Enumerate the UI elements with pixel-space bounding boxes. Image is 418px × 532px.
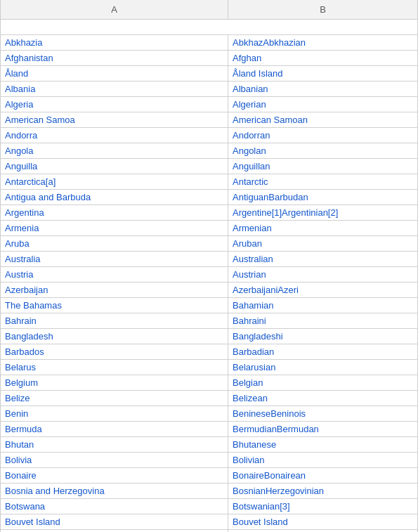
cell-demonym[interactable]: Belizean (228, 391, 418, 406)
cell-country[interactable]: Antigua and Barbuda (0, 190, 228, 205)
cell-demonym[interactable]: Australian (228, 252, 418, 267)
table-row: Bosnia and HerzegovinaBosnianHerzegovini… (0, 484, 418, 499)
cell-country[interactable]: Angola (0, 143, 228, 159)
cell-country[interactable]: Åland (0, 66, 228, 82)
cell-demonym[interactable]: Bolivian (228, 453, 418, 468)
cell-demonym[interactable]: Afghan (228, 51, 418, 66)
cell-country[interactable]: Algeria (0, 97, 228, 112)
table-row: Antigua and BarbudaAntiguanBarbudan (0, 190, 418, 205)
cell-demonym[interactable]: BonaireBonairean (228, 468, 418, 484)
cell-demonym[interactable]: Albanian (228, 82, 418, 97)
table-row: AzerbaijanAzerbaijaniAzeri (0, 283, 418, 298)
cell-country[interactable]: Belize (0, 391, 228, 406)
cell-country[interactable]: Argentina (0, 205, 228, 221)
table-row (0, 20, 418, 35)
table-row: AustraliaAustralian (0, 252, 418, 267)
cell-demonym[interactable]: American Samoan (228, 112, 418, 128)
cell-country[interactable]: Belgium (0, 375, 228, 391)
cell-country[interactable]: Afghanistan (0, 51, 228, 66)
table-row: ArmeniaArmenian (0, 221, 418, 236)
cell-country[interactable]: Bonaire (0, 468, 228, 484)
cell-demonym[interactable]: Botswanian[3] (228, 499, 418, 514)
cell-demonym[interactable]: Armenian (228, 221, 418, 236)
cell-country[interactable]: Belarus (0, 360, 228, 375)
cell-country[interactable]: Azerbaijan (0, 283, 228, 298)
cell-country[interactable]: Bhutan (0, 437, 228, 453)
cell-demonym[interactable]: Angolan (228, 143, 418, 159)
table-row: AbkhaziaAbkhazAbkhazian (0, 35, 418, 51)
table-row: BotswanaBotswanian[3] (0, 499, 418, 514)
header-row: A B (0, 0, 418, 20)
cell-country[interactable]: Bangladesh (0, 329, 228, 344)
cell-country[interactable]: Armenia (0, 221, 228, 236)
table-row: American SamoaAmerican Samoan (0, 112, 418, 128)
cell-demonym[interactable]: Brazilian (228, 530, 418, 533)
cell-demonym[interactable]: Bahraini (228, 313, 418, 329)
cell-demonym[interactable]: Barbadian (228, 344, 418, 360)
table-row: AustriaAustrian (0, 267, 418, 283)
cell-country[interactable]: Austria (0, 267, 228, 283)
table-row: BeninBenineseBeninois (0, 406, 418, 422)
cell-country[interactable]: Antarctica[a] (0, 174, 228, 190)
spreadsheet: A B AbkhaziaAbkhazAbkhazianAfghanistanAf… (0, 0, 418, 532)
cell-demonym[interactable]: Argentine[1]Argentinian[2] (228, 205, 418, 221)
cell-demonym[interactable]: Algerian (228, 97, 418, 112)
cell-demonym[interactable]: BenineseBeninois (228, 406, 418, 422)
cell-demonym[interactable]: Antarctic (228, 174, 418, 190)
column-a-header[interactable]: A (0, 0, 228, 20)
table-row: AlbaniaAlbanian (0, 82, 418, 97)
cell-demonym[interactable]: BermudianBermudan (228, 422, 418, 437)
cell-demonym[interactable]: Belarusian (228, 360, 418, 375)
cell-demonym[interactable]: Aruban (228, 236, 418, 252)
cell-demonym[interactable]: Belgian (228, 375, 418, 391)
cell-demonym[interactable]: Åland Island (228, 66, 418, 82)
table-row: AfghanistanAfghan (0, 51, 418, 66)
cell-country[interactable]: Bahrain (0, 313, 228, 329)
table-row: AngolaAngolan (0, 143, 418, 159)
cell-country[interactable]: Aruba (0, 236, 228, 252)
cell-country[interactable]: Benin (0, 406, 228, 422)
cell-demonym[interactable]: Bhutanese (228, 437, 418, 453)
cell-country[interactable]: Bermuda (0, 422, 228, 437)
cell-country[interactable]: American Samoa (0, 112, 228, 128)
table-row: BermudaBermudianBermudan (0, 422, 418, 437)
cell-country[interactable]: Barbados (0, 344, 228, 360)
column-b-header[interactable]: B (228, 0, 418, 20)
table-row: BelizeBelizean (0, 391, 418, 406)
table-row: AlgeriaAlgerian (0, 97, 418, 112)
table-row: ArgentinaArgentine[1]Argentinian[2] (0, 205, 418, 221)
cell-country[interactable]: Australia (0, 252, 228, 267)
table-row: BoliviaBolivian (0, 453, 418, 468)
table-row: AnguillaAnguillan (0, 159, 418, 174)
cell-country[interactable]: Bouvet Island (0, 514, 228, 530)
table-row: AndorraAndorran (0, 128, 418, 143)
cell-demonym[interactable]: Andorran (228, 128, 418, 143)
cell-demonym[interactable]: Bahamian (228, 298, 418, 313)
cell-demonym[interactable]: Anguillan (228, 159, 418, 174)
cell-country[interactable]: Bolivia (0, 453, 228, 468)
cell-country[interactable]: Andorra (0, 128, 228, 143)
cell-demonym[interactable]: AzerbaijaniAzeri (228, 283, 418, 298)
table-row: BarbadosBarbadian (0, 344, 418, 360)
cell-demonym[interactable]: Bangladeshi (228, 329, 418, 344)
table-row: BonaireBonaireBonairean (0, 468, 418, 484)
table-row: BelarusBelarusian (0, 360, 418, 375)
cell-country[interactable]: The Bahamas (0, 298, 228, 313)
table-row: BangladeshBangladeshi (0, 329, 418, 344)
cell-demonym[interactable]: Bouvet Island (228, 514, 418, 530)
table-row: ArubaAruban (0, 236, 418, 252)
cell-demonym[interactable]: AntiguanBarbudan (228, 190, 418, 205)
cell-demonym[interactable]: Austrian (228, 267, 418, 283)
cell-country[interactable]: Bosnia and Herzegovina (0, 484, 228, 499)
cell-country[interactable]: Botswana (0, 499, 228, 514)
cell-country[interactable]: Abkhazia (0, 35, 228, 51)
cell-demonym[interactable]: AbkhazAbkhazian (228, 35, 418, 51)
table-row: ÅlandÅland Island (0, 66, 418, 82)
table-row: Antarctica[a]Antarctic (0, 174, 418, 190)
cell-country[interactable]: Albania (0, 82, 228, 97)
cell-country[interactable]: Brazil (0, 530, 228, 533)
cell-country[interactable]: Anguilla (0, 159, 228, 174)
table-row: BahrainBahraini (0, 313, 418, 329)
cell-demonym[interactable]: BosnianHerzegovinian (228, 484, 418, 499)
table-row: Bouvet IslandBouvet Island (0, 514, 418, 530)
